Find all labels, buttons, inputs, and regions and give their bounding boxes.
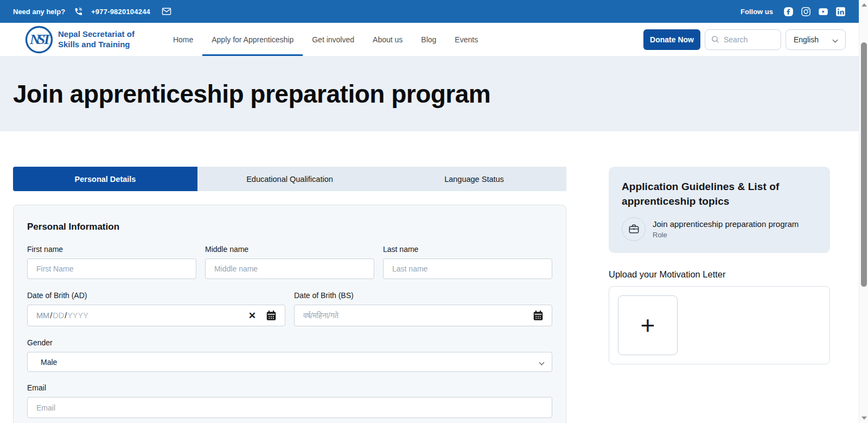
vertical-scrollbar[interactable] <box>859 0 868 423</box>
content: Personal Details Educational Qualificati… <box>0 131 859 423</box>
nav-item-get-involved[interactable]: Get involved <box>303 23 363 56</box>
scroll-down-icon[interactable] <box>861 416 867 420</box>
plus-icon: + <box>641 313 655 338</box>
help-text: Need any help? <box>13 8 65 16</box>
brand-name-line1: Nepal Secretariat of <box>58 29 135 39</box>
dob-ad-mm[interactable]: MM <box>36 311 49 320</box>
dob-fields-row: Date of Brith (AD) MM/DD/YYYY ✕ <box>27 291 552 326</box>
name-fields-row: First name Middle name Last name <box>27 245 552 279</box>
facebook-icon[interactable] <box>783 7 794 17</box>
header: NST Nepal Secretariat of Skills and Trai… <box>0 23 859 56</box>
search-input[interactable] <box>724 35 773 44</box>
follow-us-label: Follow us <box>741 8 773 16</box>
dob-ad-yyyy[interactable]: YYYY <box>67 311 88 320</box>
email-input[interactable] <box>27 397 552 418</box>
header-actions: Donate Now English <box>643 23 846 56</box>
nav-item-about-us[interactable]: About us <box>363 23 412 56</box>
first-name-label: First name <box>27 245 196 254</box>
upload-section-title: Upload your Motivation Letter <box>609 269 830 280</box>
tab-educational-qualification[interactable]: Educational Qualification <box>197 167 382 191</box>
last-name-group: Last name <box>383 245 552 279</box>
scrollbar-thumb[interactable] <box>861 42 867 287</box>
last-name-label: Last name <box>383 245 552 254</box>
topbar-social: Follow us <box>741 7 846 17</box>
middle-name-group: Middle name <box>205 245 374 279</box>
page-title: Join apprenticeship preparation program <box>13 79 490 109</box>
dob-ad-group: Date of Brith (AD) MM/DD/YYYY ✕ <box>27 291 285 326</box>
gender-label: Gender <box>27 338 552 347</box>
hero-banner: Join apprenticeship preparation program <box>0 56 859 131</box>
dob-bs-group: Date of Brith (BS) <box>294 291 552 326</box>
phone-number[interactable]: +977-9820104244 <box>91 8 150 16</box>
gender-select[interactable]: Male <box>27 352 552 372</box>
nav-item-home[interactable]: Home <box>164 23 202 56</box>
youtube-icon[interactable] <box>818 7 828 17</box>
program-item[interactable]: Join apprenticeship preparation program … <box>622 217 817 241</box>
scroll-up-icon[interactable] <box>861 3 867 7</box>
email-group: Email <box>27 383 552 418</box>
nst-logo-icon: NST <box>25 26 53 54</box>
nav-item-events[interactable]: Events <box>445 23 487 56</box>
first-name-input[interactable] <box>27 258 196 279</box>
form-column: Personal Details Educational Qualificati… <box>13 167 566 423</box>
program-title: Join apprenticeship preparation program <box>653 219 799 229</box>
personal-details-panel: Personal Information First name Middle n… <box>13 205 566 423</box>
section-title: Personal Information <box>27 222 552 232</box>
tab-language-status[interactable]: Language Status <box>382 167 566 191</box>
dob-ad-placeholder: MM/DD/YYYY <box>36 311 88 320</box>
program-subtitle: Role <box>653 231 799 239</box>
chevron-down-icon <box>833 37 839 42</box>
brand-name-line2: Skills and Training <box>58 40 130 49</box>
first-name-group: First name <box>27 245 196 279</box>
dob-ad-dd[interactable]: DD <box>53 311 64 320</box>
dob-ad-label: Date of Brith (AD) <box>27 291 285 300</box>
dob-ad-sep1: / <box>50 311 52 320</box>
brand-logo[interactable]: NST Nepal Secretariat of Skills and Trai… <box>25 23 135 56</box>
topbar-contact: Need any help? +977-9820104244 <box>13 6 172 17</box>
dob-bs-text-input[interactable] <box>303 305 532 326</box>
dob-ad-sep2: / <box>65 311 67 320</box>
language-selected-value: English <box>794 35 819 44</box>
program-text: Join apprenticeship preparation program … <box>653 219 799 239</box>
briefcase-icon <box>622 217 646 241</box>
topbar: Need any help? +977-9820104244 Follow us <box>0 0 859 23</box>
email-label: Email <box>27 383 552 392</box>
calendar-icon[interactable] <box>265 310 277 321</box>
middle-name-input[interactable] <box>205 258 374 279</box>
last-name-input[interactable] <box>383 258 552 279</box>
guidelines-card: Application Guidelines & List of apprent… <box>609 167 830 253</box>
instagram-icon[interactable] <box>801 7 811 17</box>
clear-date-icon[interactable]: ✕ <box>248 311 256 320</box>
form-tabs: Personal Details Educational Qualificati… <box>13 167 566 191</box>
dob-ad-input[interactable]: MM/DD/YYYY ✕ <box>27 305 285 326</box>
nav-item-apply-for-apprenticeship[interactable]: Apply for Apprenticeship <box>202 23 303 56</box>
search-box[interactable] <box>705 29 781 50</box>
mail-icon[interactable] <box>161 6 172 17</box>
donate-now-button[interactable]: Donate Now <box>643 29 700 50</box>
add-file-button[interactable]: + <box>618 295 678 355</box>
dob-bs-input[interactable] <box>294 305 552 326</box>
page: Need any help? +977-9820104244 Follow us <box>0 0 859 423</box>
language-select[interactable]: English <box>786 29 846 50</box>
search-icon <box>711 35 720 44</box>
tab-personal-details[interactable]: Personal Details <box>13 167 197 191</box>
phone-icon[interactable] <box>73 6 84 17</box>
chevron-down-icon <box>540 359 545 365</box>
guidelines-title: Application Guidelines & List of apprent… <box>622 180 817 209</box>
middle-name-label: Middle name <box>205 245 374 254</box>
dob-bs-label: Date of Brith (BS) <box>294 291 552 300</box>
sidebar-column: Application Guidelines & List of apprent… <box>609 167 830 364</box>
calendar-icon[interactable] <box>532 310 544 321</box>
svg-text:NST: NST <box>29 31 52 47</box>
main-nav: Home Apply for Apprenticeship Get involv… <box>164 23 487 56</box>
linkedin-icon[interactable] <box>835 7 846 17</box>
gender-selected-value: Male <box>41 358 57 367</box>
nav-item-blog[interactable]: Blog <box>412 23 445 56</box>
brand-name: Nepal Secretariat of Skills and Training <box>58 29 135 50</box>
gender-group: Gender Male <box>27 338 552 372</box>
upload-dropzone: + <box>609 286 830 364</box>
